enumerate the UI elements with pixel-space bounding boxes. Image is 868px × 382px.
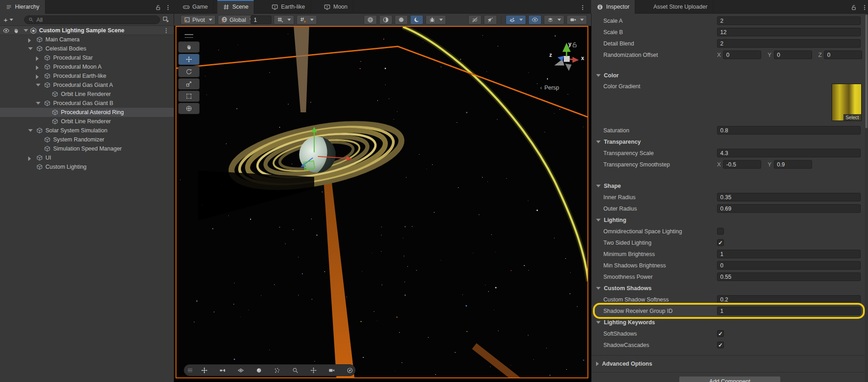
toolbar-button-eye-icon[interactable] [528, 15, 542, 25]
tab-game[interactable]: Game [177, 0, 214, 14]
value-field[interactable]: 0.2 [717, 295, 861, 304]
scene-viewport[interactable]: y x z ‹Persp [176, 26, 588, 378]
inspector-scrollbar[interactable] [865, 14, 868, 382]
checkbox-softshadows[interactable]: ✓ [717, 330, 724, 337]
section-color[interactable]: Color [592, 70, 868, 81]
overlay-particles-icon[interactable] [270, 366, 284, 375]
hierarchy-item-procedural-asteroid-ring[interactable]: Procedural Asteroid Ring [0, 108, 174, 117]
scene-visibility-eye-icon[interactable] [3, 27, 10, 34]
grid-size-field[interactable]: 1 [251, 15, 271, 24]
value-field[interactable]: 0.8 [717, 126, 861, 135]
gradient-swatch[interactable]: Select [832, 84, 862, 121]
foldout-closed-icon[interactable] [28, 156, 31, 161]
value-field[interactable]: 2 [717, 16, 861, 25]
value-field[interactable]: 0.35 [717, 193, 861, 201]
scene-row-menu-icon[interactable] [163, 27, 170, 34]
perspective-mode-label[interactable]: ‹Persp [540, 85, 559, 91]
overlaybar-drag-handle[interactable] [188, 368, 192, 372]
tab-scene[interactable]: Scene [217, 0, 254, 14]
foldout-open-icon[interactable] [36, 84, 40, 86]
toolbar-button-circle-icon[interactable] [395, 15, 408, 25]
section-transparency[interactable]: Transparency [592, 136, 868, 147]
section-lighting-keywords[interactable]: Lighting Keywords [592, 317, 868, 328]
tool-transform-tool-icon[interactable] [178, 103, 200, 114]
tab-asset-store-uploader[interactable]: Asset Store Uploader [648, 0, 713, 14]
hierarchy-item-procedural-gas-giant-b[interactable]: Procedural Gas Giant B [0, 99, 174, 108]
picker-icon[interactable] [162, 16, 169, 23]
tab-hierarchy[interactable]: Hierarchy [0, 0, 45, 14]
toolbar-button-sphere-half-icon[interactable] [379, 15, 392, 25]
hierarchy-item-celestial-bodies[interactable]: Celestial Bodies [0, 44, 174, 53]
toolbar-button-pivot-icon[interactable]: Pivot [181, 15, 216, 25]
scene-header-row[interactable]: Custom Lighting Sample Scene [0, 26, 174, 35]
foldout-closed-icon[interactable] [28, 38, 31, 43]
overlay-axis-move-icon[interactable] [306, 366, 320, 375]
hierarchy-item-solar-system-simulation[interactable]: Solar System Simulation [0, 126, 174, 135]
value-field[interactable]: 0 [717, 261, 861, 270]
tool-move-tool-icon[interactable] [178, 54, 200, 65]
add-component-button[interactable]: Add Component [679, 376, 781, 382]
gradient-select-button[interactable]: Select [843, 114, 861, 121]
hierarchy-item-procedural-gas-giant-a[interactable]: Procedural Gas Giant A [0, 80, 174, 90]
hierarchy-item-main-camera[interactable]: Main Camera [0, 35, 174, 44]
hierarchy-item-system-randomizer[interactable]: System Randomizer [0, 135, 174, 144]
value-field[interactable]: 4.3 [717, 149, 861, 157]
checkbox-two-sided-lighting[interactable]: ✓ [717, 239, 724, 246]
hierarchy-item-procedural-star[interactable]: Procedural Star [0, 53, 174, 62]
toolbar-button-flat-2d-icon[interactable]: 2D [468, 15, 482, 25]
toolbar-button-layers-icon[interactable] [544, 15, 564, 25]
foldout-open-icon[interactable] [596, 141, 601, 143]
value-field[interactable]: 0 [723, 50, 761, 59]
toolbar-button-audio-muted-icon[interactable] [484, 15, 497, 25]
toolstrip-drag-handle[interactable] [178, 34, 200, 38]
hierarchy-search-input[interactable]: All [24, 15, 160, 24]
checkbox-omnidirectional-space-lighting[interactable] [717, 228, 724, 235]
value-field[interactable]: 0 [774, 50, 812, 59]
section-custom-shadows[interactable]: Custom Shadows [592, 282, 868, 294]
foldout-open-icon[interactable] [28, 129, 33, 132]
toolbar-button-bug-icon[interactable] [426, 15, 446, 25]
value-field[interactable]: 2 [717, 39, 861, 48]
tool-scale-tool-icon[interactable] [178, 78, 200, 90]
section-lighting[interactable]: Lighting [592, 214, 868, 226]
toolbar-button-sphere-wire-icon[interactable] [364, 15, 377, 25]
foldout-closed-icon[interactable] [36, 65, 39, 70]
tool-hand-tool-icon[interactable] [178, 41, 200, 53]
overlay-camera-icon[interactable] [325, 366, 338, 375]
hierarchy-item-orbit-line-renderer[interactable]: Orbit Line Renderer [0, 90, 174, 99]
gizmo-lock-icon[interactable] [571, 41, 578, 48]
value-field[interactable]: 0.69 [717, 204, 861, 213]
scene-pickability-icon[interactable] [13, 27, 20, 34]
section-shape[interactable]: Shape [592, 180, 868, 191]
hierarchy-item-procedural-moon-a[interactable]: Procedural Moon A [0, 62, 174, 71]
tool-rect-tool-icon[interactable] [178, 90, 200, 102]
foldout-open-icon[interactable] [596, 185, 601, 187]
foldout-closed-icon[interactable] [36, 75, 39, 79]
value-field[interactable]: 0.55 [717, 272, 861, 281]
tool-rotate-tool-icon[interactable] [178, 66, 200, 77]
tab-earth-like[interactable]: Earth-like [266, 0, 311, 14]
value-field[interactable]: 0 [824, 50, 862, 59]
value-field[interactable]: 1 [717, 307, 861, 315]
toolbar-button-crescent-icon[interactable] [410, 15, 423, 25]
foldout-open-icon[interactable] [596, 219, 601, 221]
foldout-closed-icon[interactable] [36, 56, 39, 61]
checkbox-shadowcascades[interactable]: ✓ [717, 342, 724, 348]
hierarchy-item-custom-lighting[interactable]: Custom Lighting [0, 162, 174, 171]
hierarchy-item-orbit-line-renderer[interactable]: Orbit Line Renderer [0, 117, 174, 126]
hierarchy-item-procedural-earth-like[interactable]: Procedural Earth-like [0, 71, 174, 80]
value-field[interactable]: 12 [717, 28, 861, 36]
value-field[interactable]: 1 [717, 250, 861, 258]
scene-panel-menu-icon[interactable] [578, 3, 587, 11]
inspector-menu-icon[interactable] [860, 3, 868, 11]
foldout-open-icon[interactable] [596, 74, 601, 77]
hierarchy-item-ui[interactable]: UI [0, 153, 174, 162]
toolbar-button-camera-icon[interactable] [567, 15, 587, 25]
create-object-button[interactable]: + [4, 16, 13, 24]
section-advanced-options[interactable]: Advanced Options [592, 357, 868, 370]
tab-moon[interactable]: Moon [318, 0, 353, 14]
scene-foldout[interactable] [24, 29, 28, 32]
toolbar-button-snap-grid-icon[interactable] [274, 15, 294, 25]
tab-inspector[interactable]: Inspector [591, 0, 635, 14]
overlay-compass-icon[interactable] [343, 366, 356, 375]
